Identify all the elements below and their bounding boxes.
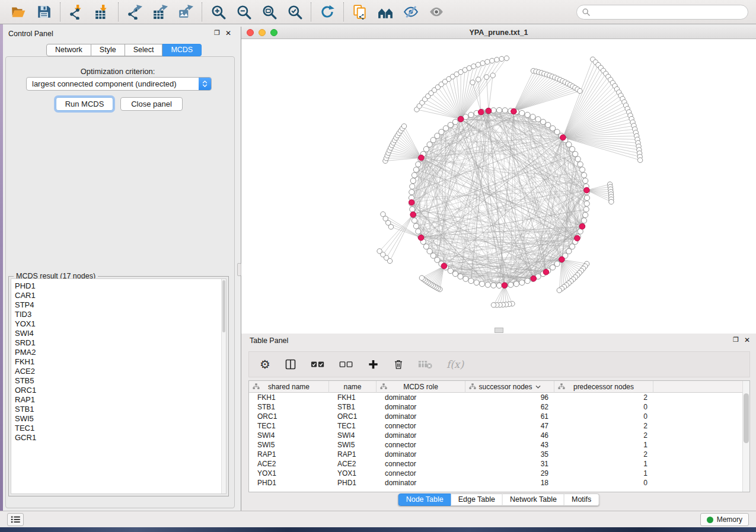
window-minimize-icon[interactable] [259,29,266,36]
task-history-button[interactable] [7,513,24,526]
mcds-result-item[interactable]: STB1 [15,405,226,414]
table-row[interactable]: PHD1PHD1dominator180 [249,478,743,488]
vertical-splitter-handle[interactable] [237,263,241,276]
column-header-name[interactable]: name [329,381,377,393]
tab-motifs[interactable]: Motifs [564,493,599,506]
refresh-layout-icon[interactable] [320,4,335,20]
column-header-predecessor-nodes[interactable]: predecessor nodes [554,381,653,393]
network-canvas[interactable] [241,39,756,334]
split-panel-icon[interactable] [285,357,296,371]
run-mcds-button[interactable]: Run MCDS [56,97,113,111]
tab-mcds[interactable]: MCDS [162,44,202,56]
export-image-icon[interactable] [178,4,193,20]
table-cell: ORC1 [329,412,377,421]
mcds-result-list[interactable]: PHD1CAR1STP4TID3YOX1SWI4SRD1PMA2FKH1ACE2… [11,278,227,494]
deselect-all-rows-icon[interactable] [339,357,353,371]
export-network-icon[interactable] [127,4,142,20]
close-panel-icon[interactable]: ✕ [225,29,231,37]
mcds-result-item[interactable]: SRD1 [15,338,226,348]
mcds-result-item[interactable]: STB5 [15,376,226,386]
table-row[interactable]: YOX1YOX1connector291 [249,469,743,478]
table-row[interactable]: RAP1RAP1dominator352 [249,450,743,459]
add-column-icon[interactable] [368,357,379,371]
mcds-result-item[interactable]: TEC1 [15,424,226,433]
mcds-result-item[interactable]: FKH1 [15,357,226,367]
list-scrollbar[interactable] [221,279,226,493]
attribute-type-icon [469,383,476,390]
mcds-result-item[interactable]: PHD1 [15,281,226,291]
mcds-result-item[interactable]: STP4 [15,300,226,310]
search-input[interactable] [593,8,742,17]
mcds-result-item[interactable]: SWI4 [15,329,226,338]
attribute-type-icon [558,383,565,390]
table-cell: RAP1 [249,450,329,459]
mcds-result-item[interactable]: GCR1 [15,433,226,443]
tab-select[interactable]: Select [125,44,163,56]
table-cell: dominator [377,450,465,459]
zoom-in-icon[interactable] [210,4,226,20]
zoom-fit-icon[interactable] [261,4,277,20]
table-header-row: shared namenameMCDS rolesuccessor nodesp… [249,381,743,393]
mcds-result-item[interactable]: PMA2 [15,348,226,357]
mcds-result-item[interactable]: YOX1 [15,319,226,329]
function-builder-icon: f(x) [446,357,464,371]
network-edges [379,58,640,305]
tab-node-table[interactable]: Node Table [398,493,451,506]
first-neighbors-icon[interactable] [378,4,393,20]
mcds-result-item[interactable]: CAR1 [15,291,226,300]
table-cell: 0 [554,403,653,411]
criterion-select[interactable]: largest connected component (undirected) [26,77,212,91]
table-row[interactable]: SWI5SWI5connector431 [249,440,743,450]
clone-network-icon[interactable] [352,4,368,20]
mcds-result-item[interactable]: ACE2 [15,367,226,376]
close-panel-button[interactable]: Close panel [120,97,183,111]
table-cell: 2 [554,422,653,430]
show-all-icon[interactable] [429,4,444,20]
tab-edge-table[interactable]: Edge Table [451,493,503,506]
mcds-result-item[interactable]: SWI5 [15,414,226,424]
node-table: shared namenameMCDS rolesuccessor nodesp… [248,380,750,492]
attribute-type-icon [253,383,260,390]
table-cell: 47 [465,422,554,430]
select-all-rows-icon[interactable] [311,357,325,371]
zoom-out-icon[interactable] [236,4,251,20]
table-scrollbar[interactable] [742,381,749,492]
zoom-selected-icon[interactable] [287,4,302,20]
table-row[interactable]: FKH1FKH1dominator962 [249,393,743,402]
hide-selected-icon[interactable] [403,4,419,20]
import-table-icon[interactable] [94,4,110,20]
mcds-result-item[interactable]: RAP1 [15,395,226,405]
tab-network-table[interactable]: Network Table [503,493,564,506]
memory-button-label: Memory [717,515,742,524]
search-box[interactable] [576,5,748,20]
window-close-icon[interactable] [247,29,254,36]
delete-columns-icon[interactable] [393,357,404,371]
open-session-icon[interactable] [11,4,26,20]
table-row[interactable]: STB1STB1dominator620 [249,402,743,412]
mcds-result-item[interactable]: TID3 [15,310,226,319]
table-cell: 1 [554,469,653,477]
float-panel-icon[interactable]: ❐ [214,29,220,37]
save-session-icon[interactable] [36,4,52,20]
table-row[interactable]: ACE2ACE2connector311 [249,459,743,469]
window-maximize-icon[interactable] [270,29,277,36]
memory-button[interactable]: Memory [700,513,749,526]
mcds-result-item[interactable]: ORC1 [15,386,226,395]
table-row[interactable]: ORC1ORC1dominator610 [249,412,743,421]
optimization-criterion-label: Optimization criterion: [3,67,232,76]
export-table-icon[interactable] [152,4,168,20]
column-header-shared-name[interactable]: shared name [249,381,329,393]
tab-style[interactable]: Style [91,44,125,56]
import-network-icon[interactable] [69,4,84,20]
table-cell: PHD1 [249,479,329,487]
tab-network[interactable]: Network [46,44,91,56]
horizontal-splitter-handle[interactable] [495,328,503,333]
table-settings-icon[interactable]: ⚙ [260,357,270,371]
column-header-successor-nodes[interactable]: successor nodes [465,381,554,393]
network-window-titlebar[interactable]: YPA_prune.txt_1 [241,27,756,39]
float-table-panel-icon[interactable]: ❐ [733,336,739,344]
close-table-panel-icon[interactable]: ✕ [744,336,750,344]
column-header-MCDS-role[interactable]: MCDS role [377,381,465,393]
table-row[interactable]: SWI4SWI4dominator462 [249,431,743,440]
table-row[interactable]: TEC1TEC1connector472 [249,421,743,431]
